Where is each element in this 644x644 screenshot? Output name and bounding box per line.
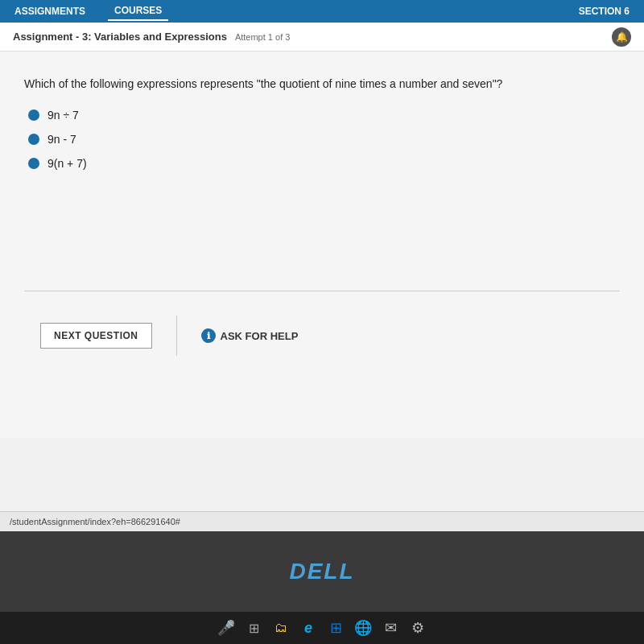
content-divider <box>24 291 620 291</box>
answer-options: 9n ÷ 7 9n - 7 9(n + 7) <box>28 109 620 170</box>
taskbar-top: DELL <box>0 531 644 612</box>
option-c-text: 9(n + 7) <box>47 157 87 170</box>
taskbar-bottom: 🎤 ⊞ 🗂 e ⊞ 🌐 ✉ ⚙ <box>0 612 644 644</box>
nav-courses[interactable]: COURSES <box>108 2 168 21</box>
windows-icon[interactable]: ⊞ <box>324 617 347 639</box>
edge-icon[interactable]: e <box>297 617 320 639</box>
option-a[interactable]: 9n ÷ 7 <box>28 109 620 122</box>
question-text: Which of the following expressions repre… <box>24 76 572 93</box>
option-b-text: 9n - 7 <box>47 133 76 146</box>
ask-help-button[interactable]: ℹ ASK FOR HELP <box>201 328 299 343</box>
chrome-icon[interactable]: 🌐 <box>352 617 374 639</box>
notification-icon[interactable]: 🔔 <box>612 27 631 47</box>
url-bar: /studentAssignment/index?eh=866291640# <box>0 511 644 531</box>
main-content: Which of the following expressions repre… <box>0 52 644 438</box>
option-a-text: 9n ÷ 7 <box>47 109 79 122</box>
next-question-button[interactable]: NEXT QUESTION <box>40 323 152 349</box>
nav-section: SECTION 6 <box>572 2 636 20</box>
taskbar-icons-left: 🎤 ⊞ 🗂 e ⊞ 🌐 ✉ ⚙ <box>215 617 429 639</box>
assignment-title: Assignment - 3: Variables and Expression… <box>13 31 227 43</box>
radio-a[interactable] <box>28 109 39 121</box>
taskbar: DELL 🎤 ⊞ 🗂 e ⊞ 🌐 ✉ ⚙ <box>0 531 644 644</box>
radio-c[interactable] <box>28 158 39 169</box>
help-icon: ℹ <box>201 328 216 343</box>
radio-b[interactable] <box>28 134 39 145</box>
attempt-label: Attempt 1 of 3 <box>235 32 290 42</box>
option-b[interactable]: 9n - 7 <box>28 133 620 146</box>
nav-bar: ASSIGNMENTS COURSES SECTION 6 <box>0 0 644 23</box>
dell-logo: DELL <box>289 559 354 584</box>
option-c[interactable]: 9(n + 7) <box>28 157 620 170</box>
settings-icon[interactable]: ⚙ <box>407 617 429 639</box>
action-bar: NEXT QUESTION ℹ ASK FOR HELP <box>24 316 620 356</box>
file-explorer-icon[interactable]: 🗂 <box>270 617 292 639</box>
nav-assignments[interactable]: ASSIGNMENTS <box>8 2 92 20</box>
ask-help-label: ASK FOR HELP <box>221 330 299 342</box>
assignment-header: Assignment - 3: Variables and Expression… <box>0 23 644 52</box>
action-divider <box>176 316 177 356</box>
task-view-icon[interactable]: ⊞ <box>242 617 265 639</box>
mic-taskbar-icon[interactable]: 🎤 <box>215 617 237 639</box>
mail-icon[interactable]: ✉ <box>379 617 402 639</box>
